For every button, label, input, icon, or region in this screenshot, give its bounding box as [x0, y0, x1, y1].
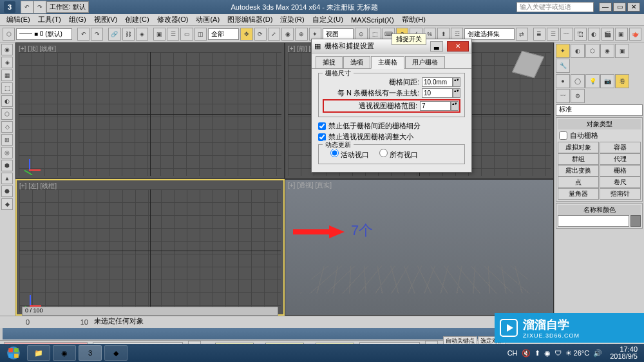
workspace-dropdown[interactable]: 工作区: 默认: [46, 1, 89, 13]
menu-group[interactable]: 组(G): [66, 15, 89, 24]
inhibit-subdiv-checkbox[interactable]: [318, 122, 326, 130]
layers-icon[interactable]: ☰: [547, 28, 559, 41]
lt-icon-9[interactable]: ◎: [1, 147, 13, 158]
lt-icon-1[interactable]: ◉: [1, 44, 13, 55]
menu-create[interactable]: 创建(C): [122, 15, 151, 24]
btn-container[interactable]: 容器: [600, 142, 641, 153]
undo-icon[interactable]: ↶: [21, 1, 33, 14]
radio-all-viewports[interactable]: [379, 149, 388, 157]
menu-customize[interactable]: 自定义(U): [310, 15, 346, 24]
systems-icon[interactable]: ⚙: [571, 89, 585, 103]
lt-icon-4[interactable]: ⬚: [1, 82, 13, 94]
viewport-top[interactable]: [+] [顶] [线框]: [15, 43, 285, 179]
dialog-minimize-button[interactable]: ▃: [430, 41, 443, 52]
select-link-icon[interactable]: ⬡: [3, 28, 15, 41]
tray-icon[interactable]: 🛡: [554, 349, 562, 357]
btn-point[interactable]: 点: [558, 176, 599, 188]
taskbar-explorer-icon[interactable]: 📁: [27, 345, 50, 361]
selection-filter-all[interactable]: 全部: [208, 28, 239, 40]
material-editor-icon[interactable]: ◐: [588, 28, 600, 41]
lt-icon-13[interactable]: ◆: [1, 198, 13, 210]
cameras-icon[interactable]: 📷: [600, 74, 614, 88]
motion-tab-icon[interactable]: ◉: [600, 44, 614, 58]
redo-icon[interactable]: ↷: [33, 1, 46, 14]
ref-coord-icon[interactable]: ⊕: [295, 28, 307, 41]
lt-icon-5[interactable]: ◐: [1, 95, 13, 107]
named-selection-dropdown[interactable]: 创建选择集: [464, 28, 514, 40]
grid-spacing-input[interactable]: [422, 77, 453, 87]
viewcube[interactable]: [509, 45, 547, 84]
maximize-button[interactable]: ▭: [613, 3, 626, 12]
tray-icon[interactable]: CH: [507, 349, 518, 357]
mirror-icon[interactable]: ⇄: [516, 28, 528, 41]
display-tab-icon[interactable]: ▣: [615, 44, 629, 58]
lt-icon-2[interactable]: ◈: [1, 57, 13, 68]
geometry-icon[interactable]: ●: [556, 74, 570, 88]
render-setup-icon[interactable]: 🎬: [601, 28, 614, 41]
select-place-icon[interactable]: ◉: [281, 28, 294, 41]
modify-tab-icon[interactable]: ◐: [571, 44, 585, 58]
spinner-icon[interactable]: ▴▾: [453, 77, 460, 87]
selection-filter[interactable]: ━━ ■ 0 (默认): [16, 28, 72, 40]
radio-active-viewport[interactable]: [330, 149, 339, 157]
lt-icon-6[interactable]: ⬡: [1, 108, 13, 120]
btn-dummy[interactable]: 虚拟对象: [558, 142, 599, 153]
link-icon[interactable]: 🔗: [108, 28, 120, 41]
minimize-button[interactable]: —: [599, 3, 612, 12]
select-object-icon[interactable]: ▣: [153, 28, 166, 41]
tray-icon[interactable]: ⬆: [535, 349, 540, 357]
btn-exposetm[interactable]: 露出变换: [558, 165, 599, 176]
window-crossing-icon[interactable]: ◫: [194, 28, 207, 41]
hierarchy-tab-icon[interactable]: ⬡: [585, 44, 600, 58]
object-name-input[interactable]: [558, 215, 629, 227]
menu-tools[interactable]: 工具(T): [35, 15, 64, 24]
color-swatch[interactable]: [630, 215, 641, 227]
menu-modifiers[interactable]: 修改器(O): [155, 15, 191, 24]
render-frame-icon[interactable]: ▣: [615, 28, 627, 41]
persp-range-input[interactable]: [420, 101, 451, 111]
ref-coordsys-dropdown[interactable]: 视图: [323, 28, 354, 40]
lt-icon-12[interactable]: ⬣: [1, 186, 13, 197]
menu-help[interactable]: 帮助(H): [399, 15, 428, 24]
tab-homegrid[interactable]: 主栅格: [371, 56, 404, 69]
lt-icon-7[interactable]: ◇: [1, 121, 13, 133]
tab-usergrid[interactable]: 用户栅格: [405, 56, 445, 69]
menu-render[interactable]: 渲染(R): [278, 15, 307, 24]
lights-icon[interactable]: 💡: [585, 74, 600, 88]
close-button[interactable]: ✕: [627, 3, 640, 12]
major-line-input[interactable]: [422, 88, 453, 98]
btn-crowd[interactable]: 群组: [558, 153, 599, 165]
viewport-perspective[interactable]: [+] [透视] [真实]: [285, 179, 554, 316]
viewport-left[interactable]: [+] [左] [线框] 0 / 100: [15, 179, 285, 316]
btn-protractor[interactable]: 量角器: [558, 188, 599, 200]
autogrid-checkbox[interactable]: [559, 131, 567, 140]
bind-icon[interactable]: ◈: [136, 28, 148, 41]
unlink-icon[interactable]: ⛓: [122, 28, 135, 41]
shapes-icon[interactable]: ◯: [571, 74, 585, 88]
tray-clock[interactable]: 17:40 2018/9/5: [606, 346, 641, 360]
start-button[interactable]: [3, 345, 24, 361]
select-region-icon[interactable]: ▭: [180, 28, 193, 41]
inhibit-persp-resize-checkbox[interactable]: [318, 133, 326, 141]
undo-toolbar-icon[interactable]: ↶: [77, 28, 90, 41]
taskbar-3dsmax-icon[interactable]: 3: [79, 345, 102, 361]
menu-maxscript[interactable]: MAXScript(X): [348, 16, 397, 24]
redo-toolbar-icon[interactable]: ↷: [91, 28, 103, 41]
lt-icon-10[interactable]: ⬢: [1, 160, 13, 171]
dialog-close-button[interactable]: ✕: [447, 41, 469, 52]
tray-icon[interactable]: 🔇: [522, 349, 531, 357]
btn-compass[interactable]: 指南针: [600, 188, 641, 200]
tab-snaps[interactable]: 捕捉: [316, 56, 343, 69]
lt-icon-8[interactable]: ⊞: [1, 134, 13, 146]
utilities-tab-icon[interactable]: 🔧: [556, 59, 570, 73]
tray-icon[interactable]: 🔊: [593, 349, 602, 357]
curve-editor-icon[interactable]: 〰: [560, 28, 573, 41]
select-name-icon[interactable]: ☰: [167, 28, 179, 41]
taskbar-app-icon[interactable]: ◆: [104, 345, 128, 361]
menu-grapheditors[interactable]: 图形编辑器(D): [225, 15, 275, 24]
tab-options[interactable]: 选项: [343, 56, 370, 69]
select-scale-icon[interactable]: ⤢: [268, 28, 280, 41]
help-search-input[interactable]: 输入关键字或短语: [516, 2, 594, 12]
menu-animation[interactable]: 动画(A): [193, 15, 222, 24]
taskbar-chrome-icon[interactable]: ◉: [53, 345, 76, 361]
